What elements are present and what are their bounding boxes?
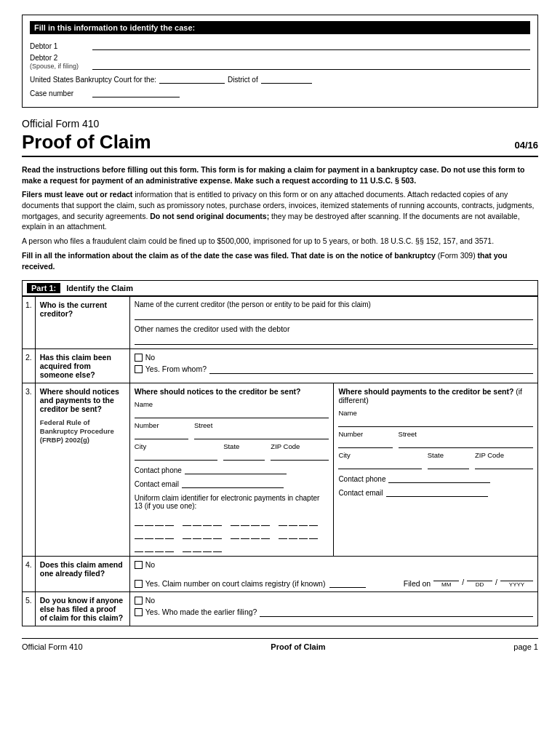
q1-row: 1. Who is the current creditor? Name of … bbox=[23, 297, 538, 349]
q3-payments-number-field: Number bbox=[338, 430, 392, 448]
q5-yes-row: Yes. Who made the earlier filing? bbox=[135, 607, 533, 617]
q3-payments-number-label: Number bbox=[338, 430, 392, 438]
q3-notices-city-input[interactable] bbox=[135, 450, 217, 461]
q5-no-checkbox[interactable] bbox=[135, 597, 143, 605]
q4-yes-row: Yes. Claim number on court claims regist… bbox=[135, 571, 533, 588]
q3-payments-email-row: Contact email bbox=[338, 487, 533, 497]
q2-no-checkbox[interactable] bbox=[135, 354, 143, 362]
q3-label: Where should notices and payments to the… bbox=[40, 387, 125, 413]
debtor1-field: Debtor 1 bbox=[30, 40, 530, 50]
q4-no-row: No bbox=[135, 560, 533, 569]
q3-payments-zip-input[interactable] bbox=[475, 459, 533, 469]
q4-content: No Yes. Claim number on court claims reg… bbox=[129, 557, 537, 592]
case-number-label: Case number bbox=[30, 89, 88, 97]
q3-notices-zip-input[interactable] bbox=[271, 450, 329, 461]
dash-group-4 bbox=[279, 516, 318, 526]
footer-center: Proof of Claim bbox=[271, 642, 325, 651]
q4-no-checkbox[interactable] bbox=[135, 561, 143, 569]
q3-payments-name-input[interactable] bbox=[338, 417, 533, 427]
q5-yes-checkbox[interactable] bbox=[135, 608, 143, 616]
q1-other-label: Other names the creditor used with the d… bbox=[135, 324, 533, 333]
case-number-input[interactable] bbox=[92, 87, 180, 97]
q3-notices-phone-label: Contact phone bbox=[135, 466, 182, 474]
q3-num: 3. bbox=[23, 383, 36, 557]
q3-notices-col: Where should notices to the creditor be … bbox=[130, 383, 335, 556]
q1-name-label: Name of the current creditor (the person… bbox=[135, 300, 533, 308]
header-title: Fill in this information to identify the… bbox=[30, 21, 530, 34]
dash-group-2 bbox=[183, 516, 222, 526]
q5-no-label: No bbox=[145, 596, 155, 605]
q3-notices-city-label: City bbox=[135, 442, 217, 450]
dashes-row bbox=[135, 516, 329, 552]
q3-payments-name-label: Name bbox=[338, 409, 533, 417]
official-form-label: Official Form 410 bbox=[22, 118, 538, 130]
q5-earlier-filing-input[interactable] bbox=[260, 607, 533, 617]
q3-notices-street-field: Street bbox=[194, 421, 329, 439]
form-title-section: Official Form 410 Proof of Claim 04/16 bbox=[22, 118, 538, 157]
q3-notices-state-input[interactable] bbox=[223, 450, 265, 461]
q3-sublabel: Federal Rule of Bankruptcy Procedure (FR… bbox=[40, 418, 125, 444]
q3-payments-email-input[interactable] bbox=[386, 487, 488, 497]
instruction-para2: Filers must leave out or redact informat… bbox=[22, 189, 538, 232]
footer-left: Official Form 410 bbox=[22, 642, 83, 651]
q3-notices-name-input[interactable] bbox=[135, 408, 329, 418]
q3-notices-header: Where should notices to the creditor be … bbox=[135, 387, 329, 396]
q4-mm-input[interactable] bbox=[433, 571, 459, 581]
dash-group-6 bbox=[183, 529, 222, 539]
district-label: District of bbox=[228, 76, 258, 84]
q3-payments-header: Where should payments to the creditor be… bbox=[338, 387, 533, 405]
dash-group-1 bbox=[135, 516, 174, 526]
q3-payments-state-field: State bbox=[428, 451, 469, 469]
q3-payments-state-input[interactable] bbox=[428, 459, 469, 469]
q4-no-label: No bbox=[145, 560, 155, 569]
q5-no-row: No bbox=[135, 596, 533, 605]
q3-notices-phone-input[interactable] bbox=[185, 464, 287, 474]
court-input[interactable] bbox=[159, 73, 225, 84]
q2-from-whom-input[interactable] bbox=[209, 364, 533, 374]
q1-name-input[interactable] bbox=[135, 310, 533, 320]
q3-notices-number-label: Number bbox=[135, 421, 188, 429]
q4-claim-number-input[interactable] bbox=[329, 578, 366, 588]
q4-dd-input[interactable] bbox=[467, 571, 492, 581]
q3-payments-street-label: Street bbox=[399, 430, 533, 438]
debtor2-input[interactable] bbox=[92, 60, 530, 70]
dash-group-8 bbox=[279, 529, 318, 539]
q1-other-input[interactable] bbox=[135, 335, 533, 345]
q3-payments-name-row: Name bbox=[338, 409, 533, 427]
q3-payments-city-input[interactable] bbox=[338, 459, 421, 469]
q4-label: Does this claim amend one already filed? bbox=[35, 557, 129, 592]
q4-filed-on-label: Filed on bbox=[404, 579, 431, 588]
district-input[interactable] bbox=[261, 73, 312, 84]
q3-payments-state-label: State bbox=[428, 451, 469, 459]
q4-yes-label: Yes. Claim number on court claims regist… bbox=[145, 579, 326, 588]
form-title-row: Proof of Claim 04/16 bbox=[22, 131, 538, 157]
part1-label: Part 1: bbox=[27, 283, 60, 293]
q5-yes-label: Yes. Who made the earlier filing? bbox=[145, 607, 257, 616]
q3-payments-number-input[interactable] bbox=[338, 438, 392, 448]
debtor1-input[interactable] bbox=[92, 40, 530, 50]
q3-payments-phone-input[interactable] bbox=[388, 473, 490, 483]
q3-notices-number-input[interactable] bbox=[135, 429, 188, 439]
q3-payments-col: Where should payments to the creditor be… bbox=[334, 383, 537, 556]
q5-label: Do you know if anyone else has filed a p… bbox=[35, 592, 129, 626]
q2-yes-checkbox[interactable] bbox=[135, 365, 143, 373]
q2-no-label: No bbox=[145, 353, 155, 362]
q3-row: 3. Where should notices and payments to … bbox=[23, 383, 538, 557]
q3-payments-phone-row: Contact phone bbox=[338, 473, 533, 483]
instruction-para1: Read the instructions before filling out… bbox=[22, 164, 538, 186]
q4-mm-label: MM bbox=[441, 581, 451, 588]
q3-notices-email-input[interactable] bbox=[182, 478, 284, 488]
q3-notices-street-input[interactable] bbox=[194, 429, 329, 439]
q4-dd-label: DD bbox=[476, 581, 484, 588]
court-row: United States Bankruptcy Court for the: … bbox=[30, 73, 530, 84]
q3-notices-street-label: Street bbox=[194, 421, 329, 429]
q5-num: 5. bbox=[23, 592, 36, 626]
q2-label: Has this claim been acquired from someon… bbox=[35, 349, 129, 383]
q3-notices-street-row: Number Street bbox=[135, 421, 329, 439]
q3-payments-street-input[interactable] bbox=[399, 438, 533, 448]
part1-title: Identify the Claim bbox=[66, 284, 133, 292]
q3-notices-name-label: Name bbox=[135, 400, 329, 408]
q4-yyyy-input[interactable] bbox=[500, 571, 533, 581]
q4-yes-checkbox[interactable] bbox=[135, 580, 143, 588]
q3-payments-email-label: Contact email bbox=[338, 489, 383, 497]
